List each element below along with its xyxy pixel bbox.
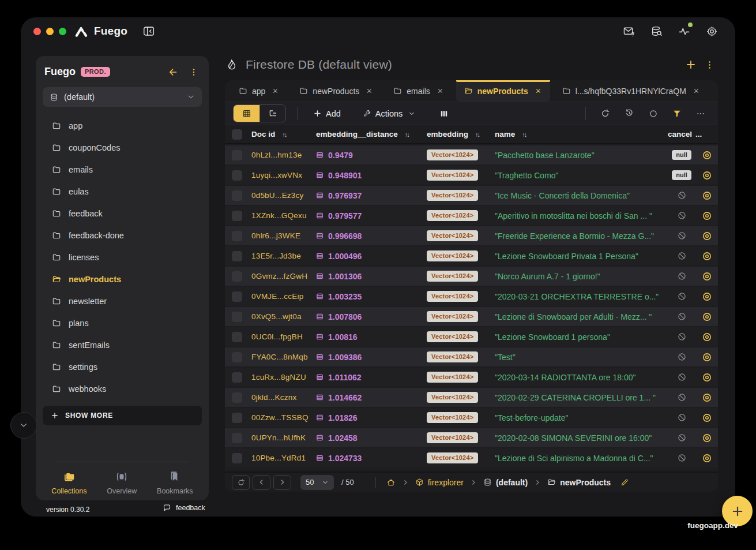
close-tab-icon[interactable] (366, 87, 373, 95)
circle-status-icon[interactable] (649, 109, 658, 118)
tab-3[interactable]: newProducts (456, 80, 550, 102)
tree-view-button[interactable] (259, 105, 285, 122)
nav-bookmarks[interactable]: Bookmarks (157, 470, 193, 495)
view-document-eye-icon[interactable] (702, 413, 712, 423)
breadcrumb-home[interactable] (386, 478, 396, 487)
columns-button[interactable] (435, 109, 453, 118)
close-window-button[interactable] (33, 28, 41, 35)
sidebar-collection-licenses[interactable]: licenses (36, 246, 209, 268)
column-header[interactable]: embedding ↑↓ (427, 130, 495, 139)
table-row[interactable]: 1uyqi...xwVNx 0.948901 Vector<1024> "Tra… (225, 166, 718, 185)
row-checkbox[interactable] (232, 231, 242, 241)
table-row[interactable]: 0VMJE...ccEip 1.003235 Vector<1024> "202… (225, 287, 718, 306)
nav-overview[interactable]: Overview (107, 470, 137, 495)
view-document-eye-icon[interactable] (702, 251, 712, 261)
mail-help-icon[interactable] (623, 25, 635, 38)
view-document-eye-icon[interactable] (702, 332, 712, 342)
show-more-button[interactable]: SHOW MORE (43, 406, 202, 425)
sidebar-collection-eulas[interactable]: eulas (36, 181, 209, 203)
refresh-icon[interactable] (600, 108, 610, 118)
close-tab-icon[interactable] (693, 87, 700, 95)
view-document-eye-icon[interactable] (702, 190, 712, 201)
add-view-icon[interactable] (685, 59, 697, 70)
nav-collections[interactable]: Collections (51, 470, 86, 495)
row-checkbox[interactable] (232, 413, 242, 423)
sidebar-collection-sentEmails[interactable]: sentEmails (36, 334, 209, 356)
close-tab-icon[interactable] (535, 87, 542, 95)
column-header[interactable]: ... (695, 130, 718, 139)
row-checkbox[interactable] (232, 251, 242, 261)
view-document-eye-icon[interactable] (702, 271, 712, 282)
add-document-button[interactable]: Add (309, 109, 345, 118)
breadcrumb-database[interactable]: (default) (483, 478, 528, 487)
table-row[interactable]: 1XZnk...GQexu 0.979577 Vector<1024> "Ape… (225, 206, 718, 225)
breadcrumb-project[interactable]: firexplorer (415, 478, 464, 487)
sort-arrows-icon[interactable]: ↑↓ (522, 131, 526, 138)
feedback-button[interactable]: feedback (163, 503, 205, 512)
history-icon[interactable] (625, 108, 634, 118)
tab-4[interactable]: l...s/hqfbQ33Rv1HRNYlCraQM (554, 80, 708, 102)
actions-button[interactable]: Actions (358, 109, 420, 118)
table-row[interactable]: 0hlr6...j3WKE 0.996698 Vector<1024> "Fre… (225, 226, 718, 245)
table-row[interactable]: FYA0C...8nMqb 1.009386 Vector<1024> "Tes… (225, 347, 718, 366)
pager-prev-button[interactable] (253, 475, 270, 490)
close-tab-icon[interactable] (272, 87, 279, 95)
select-all-checkbox[interactable] (232, 129, 242, 140)
toggle-sidebar-icon[interactable] (142, 25, 155, 38)
view-document-eye-icon[interactable] (702, 231, 712, 241)
table-row[interactable]: 00Zzw...TSSBQ 1.01826 Vector<1024> "Test… (225, 408, 718, 427)
view-document-eye-icon[interactable] (702, 352, 712, 362)
tab-1[interactable]: newProducts (291, 80, 381, 102)
row-checkbox[interactable] (232, 211, 242, 221)
grid-view-button[interactable] (234, 105, 259, 122)
edge-collapse-button[interactable] (10, 412, 37, 439)
page-size-select[interactable]: 50 (300, 475, 334, 490)
database-search-icon[interactable] (650, 25, 663, 38)
table-row[interactable]: 0UPYn...hUfhK 1.02458 Vector<1024> "2020… (225, 428, 718, 447)
sidebar-collection-plans[interactable]: plans (36, 312, 209, 334)
sidebar-menu-icon[interactable] (189, 68, 198, 77)
table-row[interactable]: 10Pbe...YdRd1 1.024733 Vector<1024> "Lez… (225, 448, 718, 467)
back-arrow-icon[interactable] (168, 67, 178, 77)
view-document-eye-icon[interactable] (702, 372, 712, 383)
sidebar-collection-couponCodes[interactable]: couponCodes (36, 137, 209, 159)
row-checkbox[interactable] (232, 150, 242, 160)
row-checkbox[interactable] (232, 332, 242, 342)
row-checkbox[interactable] (232, 433, 242, 443)
table-row[interactable]: 13E5r...Jd3be 1.000496 Vector<1024> "Lez… (225, 246, 718, 265)
row-checkbox[interactable] (232, 312, 242, 322)
sort-arrows-icon[interactable]: ↑↓ (405, 131, 409, 138)
table-row[interactable]: 0hLzl...hm13e 0.9479 Vector<1024> "Pacch… (225, 145, 718, 164)
table-row[interactable]: 0UC0l...fpgBH 1.00816 Vector<1024> "Lezi… (225, 327, 718, 346)
pager-refresh-button[interactable] (232, 475, 250, 490)
view-document-eye-icon[interactable] (702, 392, 712, 403)
database-selector[interactable]: (default) (43, 87, 202, 107)
column-header[interactable]: Doc id ↑↓ (251, 130, 316, 139)
settings-gear-icon[interactable] (706, 25, 718, 38)
row-checkbox[interactable] (232, 352, 242, 362)
pager-next-button[interactable] (273, 475, 291, 490)
row-checkbox[interactable] (232, 453, 242, 463)
activity-icon[interactable] (678, 25, 690, 38)
row-checkbox[interactable] (232, 271, 242, 282)
sidebar-collection-feedback-done[interactable]: feedback-done (36, 225, 209, 246)
table-row[interactable]: 1cuRx...8gNZU 1.011062 Vector<1024> "202… (225, 368, 718, 387)
sidebar-collection-newsletter[interactable]: newsletter (36, 290, 209, 312)
sort-arrows-icon[interactable]: ↑↓ (282, 131, 286, 138)
row-checkbox[interactable] (232, 170, 242, 181)
table-row[interactable]: 0Gvmz...fzGwH 1.001306 Vector<1024> "Nor… (225, 267, 718, 286)
breadcrumb-collection[interactable]: newProducts (547, 478, 611, 487)
view-document-eye-icon[interactable] (702, 211, 712, 221)
sort-arrows-icon[interactable]: ↑↓ (475, 131, 479, 138)
view-document-eye-icon[interactable] (702, 150, 712, 160)
table-row[interactable]: 0XvQ5...wjt0a 1.007806 Vector<1024> "Lez… (225, 307, 718, 326)
row-checkbox[interactable] (232, 291, 242, 302)
view-document-eye-icon[interactable] (702, 291, 712, 302)
minimize-window-button[interactable] (46, 28, 54, 35)
row-checkbox[interactable] (232, 190, 242, 201)
tab-0[interactable]: app (231, 80, 287, 102)
sidebar-collection-feedback[interactable]: feedback (36, 203, 209, 225)
view-document-eye-icon[interactable] (702, 312, 712, 322)
edit-pencil-icon[interactable] (620, 478, 629, 487)
sidebar-collection-emails[interactable]: emails (36, 159, 209, 181)
